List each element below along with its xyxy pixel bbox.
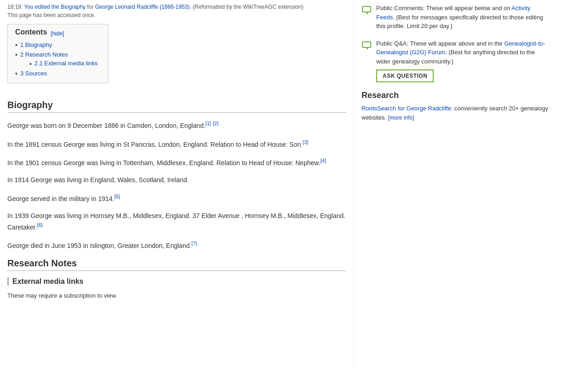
contents-hide-link[interactable]: [hide] — [51, 30, 64, 37]
sub-bullet-2-1: • — [29, 60, 32, 68]
research-heading: Research — [362, 91, 548, 100]
contents-link-biography[interactable]: 1 Biography — [20, 41, 52, 48]
ref-3[interactable]: [3] — [303, 139, 308, 145]
contents-link-research-notes[interactable]: 2 Research Notes — [20, 51, 68, 58]
bio-para-6: In 1939 George was living in Hornsey M.B… — [7, 211, 346, 232]
access-note: This page has been accessed once. — [7, 12, 346, 18]
edit-time: 18:18 — [7, 4, 21, 10]
public-qa-text: Public Q&A: These will appear above and … — [376, 39, 548, 83]
ref-5[interactable]: [5] — [114, 194, 120, 199]
contents-list: • 1 Biography • 2 Research Notes • 2.1 E… — [15, 41, 101, 77]
bio-para-3: In the 1901 census George was living in … — [7, 156, 346, 168]
main-content: 18:18: You edited the Biography for Geor… — [0, 0, 354, 368]
external-media-heading: External media links — [7, 277, 346, 286]
contents-link-external-media[interactable]: 2.1 External media links — [34, 60, 98, 67]
edited-biography-link[interactable]: edited the Biography — [35, 4, 85, 10]
contents-item-1: • 1 Biography — [15, 41, 101, 49]
bullet-1: • — [15, 41, 17, 49]
bio-para-2: In the 1891 census George was living in … — [7, 138, 346, 150]
contents-subitem-2-1: • 2.1 External media links — [29, 60, 98, 68]
more-info-link[interactable]: [more info] — [388, 115, 414, 121]
contents-box: Contents [hide] • 1 Biography • 2 Resear… — [7, 24, 108, 83]
edit-note: 18:18: You edited the Biography for Geor… — [7, 4, 346, 10]
bio-para-7: George died in June 1953 in Islington, G… — [7, 239, 346, 251]
ref-7[interactable]: [7] — [192, 241, 197, 246]
research-section: Research RootsSearch for George Radcliff… — [362, 91, 548, 122]
public-qa-icon — [362, 40, 372, 53]
bullet-2: • — [15, 51, 17, 58]
bio-para-5: George served in the military in 1914.[5… — [7, 192, 346, 204]
biography-heading: Biography — [7, 100, 346, 113]
public-comments-text: Public Comments: These will appear below… — [376, 4, 548, 31]
ref-4[interactable]: [4] — [321, 158, 326, 163]
ref-6[interactable]: [6] — [37, 222, 43, 228]
public-comments-icon — [362, 5, 372, 17]
contents-title: Contents — [15, 28, 47, 36]
public-qa-block: Public Q&A: These will appear above and … — [362, 39, 548, 83]
contents-item-2: • 2 Research Notes • 2.1 External media … — [15, 51, 101, 68]
sidebar: Public Comments: These will appear below… — [354, 0, 556, 368]
you-link[interactable]: You — [24, 4, 33, 10]
contents-item-3: • 3 Sources — [15, 69, 101, 77]
ref-2[interactable]: [2] — [213, 121, 218, 126]
bio-para-4: In 1914 George was living in England, Wa… — [7, 175, 346, 185]
person-link[interactable]: George Leonard Radcliffe (1886-1953) — [95, 4, 190, 10]
contents-link-sources[interactable]: 3 Sources — [20, 70, 47, 77]
bio-para-1: George was born on 9 December 1886 in Ca… — [7, 119, 346, 131]
research-text: RootsSearch for George Radcliffe: conven… — [362, 104, 548, 122]
roots-search-link[interactable]: RootsSearch for George Radcliffe — [362, 105, 451, 112]
bullet-3: • — [15, 70, 17, 77]
public-comments-block: Public Comments: These will appear below… — [362, 4, 548, 31]
ref-1[interactable]: [1] — [205, 121, 211, 126]
research-notes-heading: Research Notes — [7, 258, 346, 271]
subscription-note: These may require a subscription to view… — [7, 291, 346, 300]
ask-question-button[interactable]: ASK QUESTION — [376, 69, 434, 82]
contents-sublist-2: • 2.1 External media links — [20, 60, 98, 68]
